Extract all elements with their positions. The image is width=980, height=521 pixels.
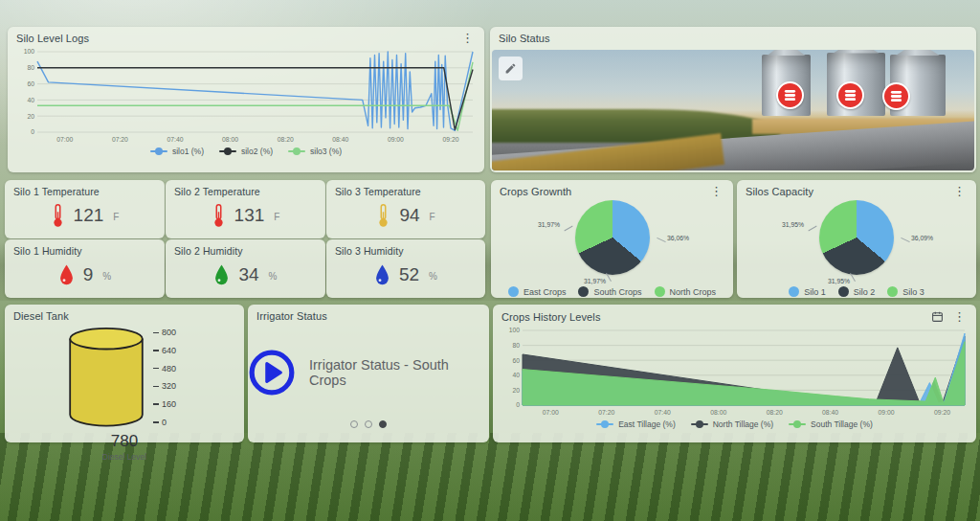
legend-label: Silo 2 xyxy=(854,287,876,297)
legend-label: East Tillage (%) xyxy=(618,419,676,429)
calendar-icon[interactable] xyxy=(931,310,944,323)
svg-text:07:20: 07:20 xyxy=(112,136,128,143)
legend-swatch xyxy=(789,286,799,297)
legend-marker xyxy=(789,423,806,425)
scale-tick: 640 xyxy=(153,346,176,355)
svg-text:07:00: 07:00 xyxy=(543,409,559,416)
svg-text:07:40: 07:40 xyxy=(655,409,671,416)
panel-title: Crops Grownth xyxy=(500,186,571,197)
legend-item-silo3[interactable]: silo3 (%) xyxy=(288,147,342,156)
panel-silos-capacity: Silos Capacity ⋮ 31,95% 36,09% 31,95% Si… xyxy=(737,180,976,298)
legend-marker xyxy=(219,150,236,152)
legend-item-silo3[interactable]: Silo 3 xyxy=(887,286,924,297)
humidity-value: 52 xyxy=(399,264,419,285)
silo2-database-badge[interactable] xyxy=(836,81,864,109)
svg-text:07:20: 07:20 xyxy=(598,409,614,416)
svg-text:60: 60 xyxy=(27,80,34,87)
kebab-menu-icon[interactable]: ⋮ xyxy=(951,312,968,322)
crops-history-chart[interactable]: 02040608010007:0007:2007:4008:0008:2008:… xyxy=(493,324,976,418)
scale-tick: 480 xyxy=(153,364,176,374)
legend-item-east-crops[interactable]: East Crops xyxy=(508,286,567,297)
panel-diesel-tank: Diesel Tank 800 640 480 320 160 0 780 Di… xyxy=(5,305,244,442)
legend-item-silo2[interactable]: Silo 2 xyxy=(838,286,876,297)
scale-tick: 800 xyxy=(153,328,176,337)
legend-item-south-crops[interactable]: South Crops xyxy=(578,286,641,297)
legend-label: silo3 (%) xyxy=(310,147,342,156)
legend-label: Silo 3 xyxy=(902,287,924,297)
legend-label: South Crops xyxy=(593,287,641,297)
silo-level-logs-chart[interactable]: 02040608010007:0007:2007:4008:0008:2008:… xyxy=(8,45,484,145)
kebab-menu-icon[interactable]: ⋮ xyxy=(459,34,476,43)
pie-chart-wrap: 31,97% 36,06% 31,97% xyxy=(491,200,733,281)
panel-silo2-humidity: Silo 2 Humidity 34 % xyxy=(166,239,325,298)
temperature-unit: F xyxy=(430,212,435,222)
diesel-caption: Diesel Level xyxy=(5,452,244,462)
svg-text:09:20: 09:20 xyxy=(442,136,458,143)
panel-title: Silos Capacity xyxy=(746,186,813,197)
pie-leader-line xyxy=(657,238,665,242)
humidity-value: 34 xyxy=(238,264,258,285)
panel-silo2-temperature: Silo 2 Temperature 131 F xyxy=(166,180,325,238)
scale-tick: 160 xyxy=(153,399,176,409)
svg-text:100: 100 xyxy=(24,48,35,55)
carousel-dot-2[interactable] xyxy=(365,420,372,428)
legend-marker xyxy=(596,423,613,425)
legend-label: East Crops xyxy=(523,287,567,297)
silos-capacity-pie[interactable] xyxy=(819,200,894,275)
svg-text:08:20: 08:20 xyxy=(278,136,294,143)
carousel-dot-3-active[interactable] xyxy=(379,420,387,428)
pie-chart-wrap: 31,95% 36,09% 31,95% xyxy=(737,200,976,281)
pie-label-east: 36,06% xyxy=(667,235,689,241)
svg-text:20: 20 xyxy=(27,113,34,120)
svg-text:0: 0 xyxy=(31,128,34,135)
pie-legend: Silo 1 Silo 2 Silo 3 xyxy=(737,286,976,297)
legend-item-silo1[interactable]: Silo 1 xyxy=(789,286,826,297)
diesel-value: 780 xyxy=(5,432,244,451)
play-button-icon[interactable] xyxy=(248,349,296,396)
silo-farm-photo xyxy=(492,50,974,170)
panel-header: Crops Grownth ⋮ xyxy=(491,180,733,198)
legend-item-east-tillage[interactable]: East Tillage (%) xyxy=(596,419,676,429)
legend-label: silo2 (%) xyxy=(241,147,273,156)
pie-legend: East Crops South Crops North Crops xyxy=(491,286,733,297)
legend-label: North Crops xyxy=(670,287,717,297)
legend-item-north-crops[interactable]: North Crops xyxy=(655,286,717,297)
panel-title: Crops History Levels xyxy=(501,311,600,323)
panel-title: Silo 3 Humidity xyxy=(335,245,404,257)
panel-header: Silo Status xyxy=(490,27,976,45)
panel-title: Silo 3 Temperature xyxy=(335,186,421,197)
crops-growth-pie[interactable] xyxy=(575,200,650,275)
humidity-unit: % xyxy=(269,271,278,282)
legend-marker xyxy=(691,423,708,425)
carousel-dot-1[interactable] xyxy=(350,420,358,428)
thermometer-icon xyxy=(212,203,226,228)
silo1-database-badge[interactable] xyxy=(776,81,804,109)
legend-item-silo2[interactable]: silo2 (%) xyxy=(219,147,273,156)
legend-label: Silo 1 xyxy=(804,287,826,297)
panel-title: Silo 2 Temperature xyxy=(174,186,260,197)
kebab-menu-icon[interactable]: ⋮ xyxy=(951,187,968,196)
edit-button[interactable] xyxy=(499,57,523,80)
legend-item-silo1[interactable]: silo1 (%) xyxy=(150,147,204,156)
pie-label-south: 31,97% xyxy=(584,278,606,284)
thermometer-icon xyxy=(376,203,390,228)
svg-text:60: 60 xyxy=(512,357,520,364)
pie-label-silo2: 31,95% xyxy=(828,278,850,284)
legend-marker xyxy=(288,150,305,152)
svg-text:08:40: 08:40 xyxy=(332,136,348,143)
svg-text:08:40: 08:40 xyxy=(822,409,838,416)
droplet-icon xyxy=(374,263,390,286)
panel-silo-level-logs: Silo Level Logs ⋮ 02040608010007:0007:20… xyxy=(8,27,484,172)
legend-item-north-tillage[interactable]: North Tillage (%) xyxy=(691,419,773,429)
svg-text:40: 40 xyxy=(512,372,520,378)
irrigator-message: Irrigator Status - South Crops xyxy=(309,357,489,388)
kebab-menu-icon[interactable]: ⋮ xyxy=(708,187,724,196)
pie-leader-line xyxy=(901,238,909,242)
svg-text:80: 80 xyxy=(27,64,34,71)
legend-item-south-tillage[interactable]: South Tillage (%) xyxy=(789,419,873,429)
panel-crops-history: Crops History Levels ⋮ 02040608010007:00… xyxy=(493,305,976,442)
legend-swatch xyxy=(887,286,898,297)
diesel-gauge: 800 640 480 320 160 0 xyxy=(5,327,244,432)
legend-label: North Tillage (%) xyxy=(713,419,773,429)
tank-scale: 800 640 480 320 160 0 xyxy=(153,327,186,426)
